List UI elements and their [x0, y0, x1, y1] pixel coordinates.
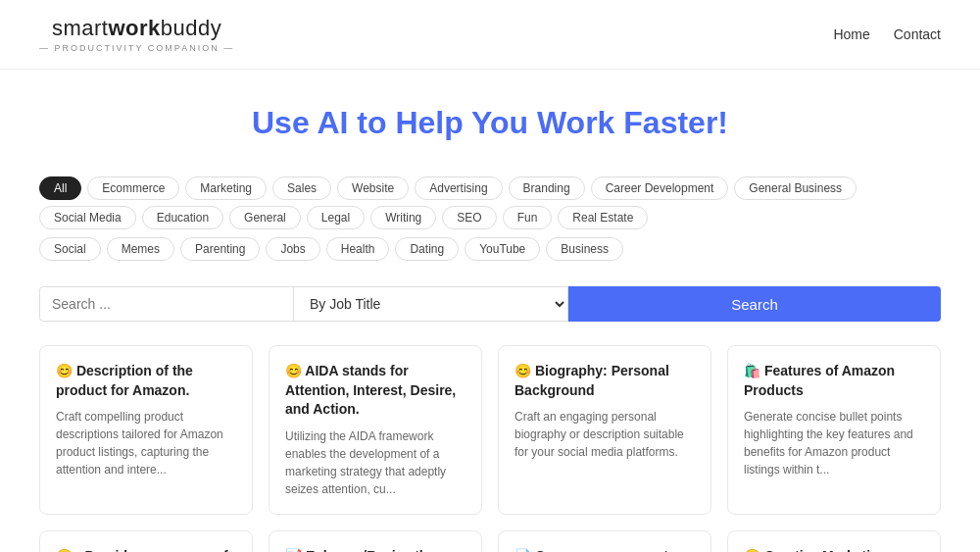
- header: smartworkbuddy — PRODUCTIVITY COMPANION …: [0, 0, 980, 70]
- job-title-select[interactable]: By Job TitleBy CategoryBy Keyword: [294, 286, 568, 322]
- hero-heading: Use AI to Help You Work Faster!: [20, 105, 960, 141]
- filter-tag-memes[interactable]: Memes: [107, 237, 174, 261]
- card-title: 📝 Enhance/Revise the content.: [285, 547, 466, 552]
- filter-tag-general[interactable]: General: [229, 206, 301, 229]
- card-7[interactable]: 😊 Creative Marketing Concepts Create exc…: [727, 530, 941, 552]
- card-2[interactable]: 😊 Biography: Personal Background Craft a…: [498, 345, 711, 515]
- hero-text-plain: Use AI to: [252, 105, 395, 140]
- search-button[interactable]: Search: [568, 286, 941, 322]
- filter-tag-marketing[interactable]: Marketing: [185, 176, 267, 200]
- cards-grid: 😊 Description of the product for Amazon.…: [0, 337, 980, 552]
- card-title: 😊 Biography: Personal Background: [514, 362, 695, 400]
- card-3[interactable]: 🛍️ Features of Amazon Products Generate …: [727, 345, 941, 515]
- card-title: 😊 : Provide a summary of the text.: [56, 547, 236, 552]
- filter-tag-real-estate[interactable]: Real Estate: [558, 206, 648, 229]
- filter-tag-social-media[interactable]: Social Media: [39, 206, 136, 229]
- filter-bar: AllEcommerceMarketingSalesWebsiteAdverti…: [0, 161, 980, 276]
- filter-tag-career-development[interactable]: Career Development: [591, 176, 729, 200]
- card-1[interactable]: 😊 AIDA stands for Attention, Interest, D…: [269, 345, 482, 515]
- card-desc: Utilizing the AIDA framework enables the…: [285, 427, 466, 498]
- filter-tag-all[interactable]: All: [39, 176, 81, 200]
- nav-contact[interactable]: Contact: [894, 26, 941, 42]
- filter-tag-jobs[interactable]: Jobs: [266, 237, 319, 261]
- filter-tag-dating[interactable]: Dating: [395, 237, 459, 261]
- logo-subtitle: — PRODUCTIVITY COMPANION —: [39, 43, 234, 53]
- logo: smartworkbuddy — PRODUCTIVITY COMPANION …: [39, 16, 234, 53]
- card-title: 🛍️ Features of Amazon Products: [744, 362, 924, 400]
- search-input[interactable]: [39, 286, 294, 322]
- filter-tag-youtube[interactable]: YouTube: [465, 237, 540, 261]
- filter-tag-branding[interactable]: Branding: [509, 176, 585, 200]
- filter-tag-general-business[interactable]: General Business: [734, 176, 857, 200]
- card-desc: Generate concise bullet points highlight…: [744, 408, 924, 478]
- card-0[interactable]: 😊 Description of the product for Amazon.…: [39, 345, 253, 515]
- filter-tag-fun[interactable]: Fun: [503, 206, 553, 229]
- filter-tag-ecommerce[interactable]: Ecommerce: [87, 176, 179, 200]
- filter-tag-seo[interactable]: SEO: [442, 206, 496, 229]
- filter-tag-writing[interactable]: Writing: [370, 206, 436, 229]
- card-title: 📄 Compose a corporate biography.: [514, 547, 695, 552]
- card-desc: Craft compelling product descriptions ta…: [56, 408, 236, 478]
- card-title: 😊 Description of the product for Amazon.: [56, 362, 236, 400]
- search-bar: By Job TitleBy CategoryBy Keyword Search: [0, 276, 980, 337]
- main-nav: Home Contact: [833, 26, 941, 42]
- card-4[interactable]: 😊 : Provide a summary of the text. Conde…: [39, 530, 253, 552]
- card-6[interactable]: 📄 Compose a corporate biography. The nar…: [498, 530, 711, 552]
- filter-tag-education[interactable]: Education: [142, 206, 223, 229]
- filter-tag-website[interactable]: Website: [337, 176, 409, 200]
- filter-row-1: AllEcommerceMarketingSalesWebsiteAdverti…: [39, 176, 941, 229]
- filter-tag-sales[interactable]: Sales: [272, 176, 331, 200]
- filter-tag-social[interactable]: Social: [39, 237, 101, 261]
- card-5[interactable]: 📝 Enhance/Revise the content. Revitalize…: [269, 530, 482, 552]
- filter-tag-business[interactable]: Business: [546, 237, 623, 261]
- filter-tag-parenting[interactable]: Parenting: [180, 237, 260, 261]
- hero-section: Use AI to Help You Work Faster!: [0, 70, 980, 161]
- card-title: 😊 AIDA stands for Attention, Interest, D…: [285, 362, 466, 420]
- card-desc: Craft an engaging personal biography or …: [514, 408, 695, 461]
- filter-tag-advertising[interactable]: Advertising: [415, 176, 502, 200]
- hero-text-highlight: Help You Work Faster!: [395, 105, 728, 140]
- logo-text: smartworkbuddy: [52, 16, 221, 41]
- filter-row-2: SocialMemesParentingJobsHealthDatingYouT…: [39, 237, 941, 261]
- filter-tag-health[interactable]: Health: [326, 237, 390, 261]
- card-title: 😊 Creative Marketing Concepts: [744, 547, 924, 552]
- nav-home[interactable]: Home: [833, 26, 869, 42]
- filter-tag-legal[interactable]: Legal: [307, 206, 365, 229]
